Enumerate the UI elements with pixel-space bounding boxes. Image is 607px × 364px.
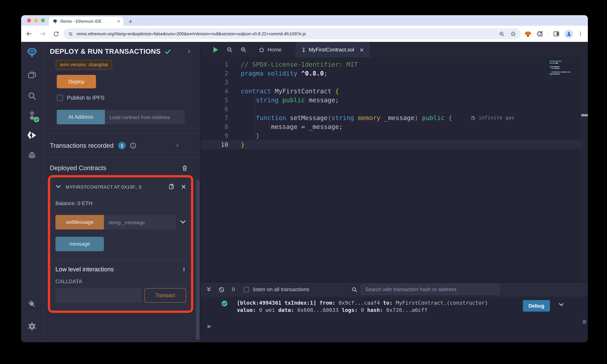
code-line[interactable]: 8 message = _message; <box>200 122 588 131</box>
browser-menu-icon[interactable] <box>578 31 583 37</box>
code-line[interactable]: 4contract MyFirstContract { <box>200 87 588 96</box>
deploy-run-icon[interactable] <box>26 130 38 142</box>
expand-terminal-icon[interactable] <box>206 286 212 292</box>
plugin-manager-icon[interactable] <box>26 298 38 310</box>
zoom-out-icon[interactable] <box>226 47 233 53</box>
browser-tab-title: Remix - Ethereum IDE <box>60 19 114 24</box>
url-bar[interactable]: remix.ethereum.org/#lang=en&optimize=fal… <box>63 28 521 39</box>
code-lines: 1// SPDX-License-Identifier: MIT2pragma … <box>200 60 588 149</box>
transactions-recorded-row: Transactions recorded 1 <box>43 134 200 157</box>
card-divider <box>55 260 186 260</box>
log-expand-chevron-icon[interactable] <box>558 303 564 314</box>
message-getter-button[interactable]: message <box>55 237 104 251</box>
file-tab-label: MyFirstContract.sol <box>309 47 354 53</box>
browser-window: Remix - Ethereum IDE <box>21 15 588 342</box>
terminal-scrollbar-thumb[interactable] <box>583 320 586 324</box>
terminal-search-input[interactable] <box>361 284 500 295</box>
home-tab[interactable]: Home <box>253 42 287 58</box>
search-icon[interactable] <box>26 90 38 102</box>
calldata-input[interactable] <box>55 288 142 303</box>
panel-scrollbar-thumb[interactable] <box>196 180 199 340</box>
code-line[interactable]: 3 <box>200 78 588 87</box>
profile-avatar[interactable] <box>565 29 573 38</box>
low-level-info-icon[interactable]: i <box>183 266 185 273</box>
code-line[interactable]: 1// SPDX-License-Identifier: MIT <box>200 60 588 69</box>
contract-instance-title[interactable]: MYFIRSTCONTRACT AT 0X10F...5 <box>66 184 168 189</box>
minimize-window-button[interactable] <box>34 18 38 22</box>
pending-tx-count: 0 <box>232 286 235 292</box>
section-divider <box>43 157 200 157</box>
side-panel-icon[interactable] <box>553 30 560 37</box>
metamask-extension-icon[interactable] <box>524 30 532 38</box>
file-explorer-icon[interactable] <box>26 70 38 81</box>
code-line[interactable]: 10} <box>200 140 588 149</box>
tab-close-icon[interactable] <box>117 19 120 23</box>
line-number: 10 <box>200 140 228 149</box>
transaction-log-row[interactable]: [block:4994361 txIndex:1] from: 0x9cf...… <box>200 299 588 314</box>
code-editor[interactable]: 1// SPDX-License-Identifier: MIT2pragma … <box>200 58 588 282</box>
editor-scrollbar-thumb[interactable] <box>581 114 588 117</box>
panel-title: DEPLOY & RUN TRANSACTIONS <box>50 48 161 55</box>
publish-ipfs-checkbox[interactable] <box>57 95 63 101</box>
listen-checkbox[interactable] <box>243 287 249 292</box>
clear-console-icon[interactable] <box>218 286 225 293</box>
extensions-puzzle-icon[interactable] <box>536 30 543 37</box>
code-line[interactable]: 7 function setMessage(string memory _mes… <box>200 113 588 122</box>
expand-args-chevron-icon[interactable] <box>180 220 186 224</box>
remove-instance-icon[interactable] <box>181 184 186 189</box>
info-circle-icon[interactable] <box>130 142 137 149</box>
reload-button[interactable] <box>53 30 59 37</box>
file-tab-close-icon[interactable] <box>360 48 364 52</box>
tx-log-line-1: [block:4994361 txIndex:1] from: 0x9cf...… <box>237 299 488 307</box>
zoom-in-icon[interactable] <box>240 47 247 53</box>
copy-address-icon[interactable] <box>168 183 175 191</box>
bookmark-star-icon[interactable] <box>510 31 516 37</box>
at-address-input[interactable] <box>105 110 185 124</box>
run-script-play-icon[interactable] <box>212 46 219 53</box>
line-number: 8 <box>200 122 228 131</box>
solidity-compiler-icon[interactable] <box>26 110 38 122</box>
zoom-window-button[interactable] <box>41 18 45 22</box>
line-number: 7 <box>200 113 228 122</box>
back-button[interactable] <box>26 30 33 37</box>
code-line[interactable]: 5 string public message; <box>200 96 588 104</box>
remix-app: DEPLOY & RUN TRANSACTIONS evm version: s… <box>21 42 588 342</box>
browser-tab[interactable]: Remix - Ethereum IDE <box>49 17 123 26</box>
close-window-button[interactable] <box>27 18 31 22</box>
transactions-count-badge: 1 <box>118 142 126 149</box>
code-line[interactable]: 9 } <box>200 131 588 140</box>
transactions-expand-chevron-icon[interactable] <box>175 143 179 148</box>
line-number: 1 <box>200 60 228 69</box>
set-message-button[interactable]: setMessage <box>55 215 104 230</box>
deploy-button[interactable]: Deploy <box>57 75 96 88</box>
remix-logo-icon[interactable] <box>26 47 38 58</box>
set-message-input[interactable] <box>104 215 176 230</box>
url-text: remix.ethereum.org/#lang=en&optimize=fal… <box>77 31 495 36</box>
file-tab-active[interactable]: MyFirstContract.sol <box>295 42 370 58</box>
new-tab-button[interactable] <box>128 19 133 24</box>
code-line[interactable]: 6 <box>200 104 588 113</box>
site-settings-icon[interactable] <box>68 31 73 37</box>
deployed-contracts-heading: Deployed Contracts <box>50 164 106 172</box>
deployed-contract-card: MYFIRSTCONTRACT AT 0X10F...5 Balance: 0 … <box>50 177 191 311</box>
panel-pin-chevron-icon[interactable] <box>187 49 191 54</box>
settings-gear-icon[interactable] <box>26 321 38 332</box>
tx-success-icon <box>221 300 228 314</box>
editor-minimap[interactable] <box>550 61 580 79</box>
remix-favicon <box>53 19 58 24</box>
editor-scroll-strip[interactable] <box>581 58 588 282</box>
forward-button[interactable] <box>39 30 46 37</box>
terminal-prompt[interactable]: > <box>207 323 588 330</box>
debugger-icon[interactable] <box>26 149 38 161</box>
browser-toolbar: remix.ethereum.org/#lang=en&optimize=fal… <box>21 26 588 42</box>
transactions-recorded-label: Transactions recorded <box>50 142 114 149</box>
code-line[interactable]: 2pragma solidity ^0.8.0; <box>200 69 588 78</box>
collapse-chevron-icon[interactable] <box>55 185 61 189</box>
at-address-button[interactable]: At Address <box>57 110 105 124</box>
trash-icon[interactable] <box>182 164 188 172</box>
zoom-page-icon[interactable] <box>499 31 505 37</box>
debug-button[interactable]: Debug <box>523 300 550 312</box>
editor-area: Home MyFirstContract.sol 1// SPDX-Licens… <box>200 42 588 342</box>
transact-button[interactable]: Transact <box>145 288 186 303</box>
line-number: 4 <box>200 87 228 96</box>
